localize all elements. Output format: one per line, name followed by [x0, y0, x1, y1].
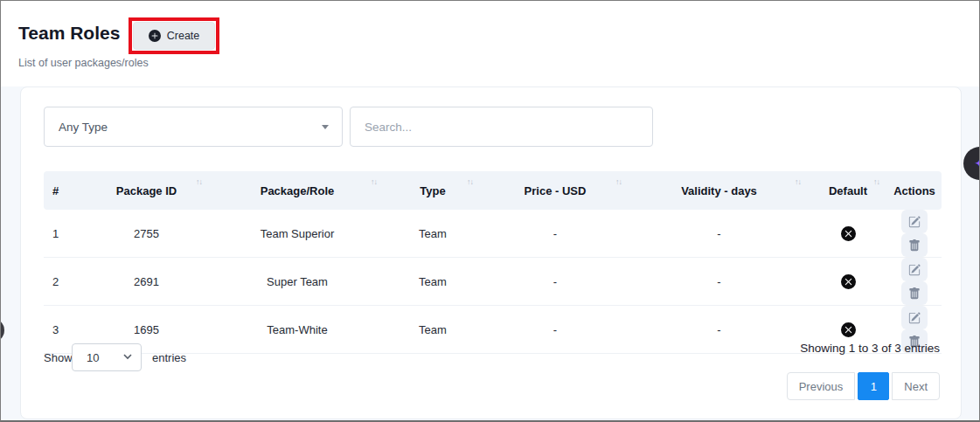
- validity-cell: -: [629, 258, 809, 306]
- column-header-package-role[interactable]: Package/Role↑↓: [210, 171, 385, 210]
- sort-arrows-icon[interactable]: ↑↓: [371, 177, 377, 186]
- page-size-value: 10: [87, 351, 99, 364]
- team-roles-page: Team Roles Create List of user packages/…: [0, 0, 980, 422]
- entries-summary: Showing 1 to 3 of 3 entries: [800, 342, 940, 355]
- price-cell: -: [481, 258, 629, 306]
- sort-arrows-icon[interactable]: ↑↓: [467, 177, 473, 186]
- delete-button[interactable]: [901, 281, 928, 305]
- roles-table: # Package ID↑↓ Package/Role↑↓ Type↑↓ Pri…: [44, 171, 942, 354]
- package-role-cell: Super Team: [210, 258, 385, 306]
- type-cell: Team: [385, 210, 481, 258]
- type-filter-select[interactable]: Any Type: [44, 107, 343, 147]
- validity-cell: -: [629, 210, 809, 258]
- page-size-select[interactable]: 10: [72, 343, 142, 371]
- row-index: 1: [44, 210, 83, 258]
- edit-button[interactable]: [901, 258, 928, 281]
- table-row: 2 2691 Super Team Team - -: [44, 258, 942, 306]
- show-label: Show: [44, 351, 73, 364]
- actions-cell: [887, 210, 942, 258]
- sort-arrows-icon[interactable]: ↑↓: [795, 177, 801, 186]
- create-button-label: Create: [167, 30, 200, 42]
- package-id-cell: 2755: [83, 210, 210, 258]
- row-index: 2: [44, 258, 83, 306]
- validity-cell: -: [629, 306, 809, 354]
- trash-icon: [908, 239, 921, 252]
- entries-label: entries: [152, 351, 186, 364]
- times-circle-icon: [841, 226, 856, 241]
- table-header-row: # Package ID↑↓ Package/Role↑↓ Type↑↓ Pri…: [44, 171, 942, 210]
- caret-down-icon: [322, 125, 329, 129]
- roles-card: Any Type # Package ID↑↓ Package/Role↑↓ T…: [20, 86, 962, 419]
- plus-circle-icon: [149, 30, 161, 42]
- edit-button[interactable]: [901, 306, 928, 329]
- column-header-index: #: [44, 171, 83, 210]
- pencil-square-icon: [908, 312, 921, 324]
- price-cell: -: [481, 210, 629, 258]
- column-header-package-id[interactable]: Package ID↑↓: [83, 171, 210, 210]
- price-cell: -: [481, 306, 629, 354]
- next-page-button[interactable]: Next: [892, 372, 940, 400]
- sort-arrows-icon[interactable]: ↑↓: [615, 177, 622, 186]
- page-title: Team Roles: [18, 23, 120, 44]
- table-row: 1 2755 Team Superior Team - -: [44, 210, 942, 258]
- annotation-highlight-box: Create: [129, 17, 219, 54]
- search-input[interactable]: [350, 107, 653, 147]
- default-cell: [809, 258, 887, 306]
- column-header-type[interactable]: Type↑↓: [385, 171, 481, 210]
- trash-icon: [908, 287, 921, 300]
- package-id-cell: 2691: [83, 258, 210, 306]
- type-cell: Team: [385, 306, 481, 354]
- sort-arrows-icon[interactable]: ↑↓: [873, 177, 879, 186]
- previous-page-button[interactable]: Previous: [787, 372, 856, 400]
- create-button[interactable]: Create: [133, 22, 215, 50]
- column-header-price[interactable]: Price - USD↑↓: [481, 171, 629, 210]
- column-header-actions: Actions: [887, 171, 942, 210]
- column-header-validity[interactable]: Validity - days↑↓: [629, 171, 809, 210]
- sort-arrows-icon[interactable]: ↑↓: [196, 177, 202, 186]
- type-cell: Team: [385, 258, 481, 306]
- sparkle-icon: ✦: [974, 155, 980, 173]
- pencil-square-icon: [908, 216, 921, 228]
- package-role-cell: Team Superior: [210, 210, 385, 258]
- type-filter-value: Any Type: [59, 121, 108, 134]
- default-cell: [809, 210, 887, 258]
- column-header-default[interactable]: Default↑↓: [809, 171, 887, 210]
- pagination: Previous 1 Next: [787, 372, 940, 400]
- package-role-cell: Team-White: [210, 306, 385, 354]
- times-circle-icon: [841, 322, 856, 337]
- actions-cell: [887, 258, 942, 306]
- delete-button[interactable]: [901, 233, 928, 257]
- page-1-button[interactable]: 1: [858, 372, 889, 400]
- chevron-down-icon: [123, 354, 132, 360]
- edit-button[interactable]: [901, 210, 928, 233]
- pencil-square-icon: [908, 264, 921, 276]
- page-subtitle: List of user packages/roles: [18, 57, 149, 69]
- times-circle-icon: [841, 274, 856, 289]
